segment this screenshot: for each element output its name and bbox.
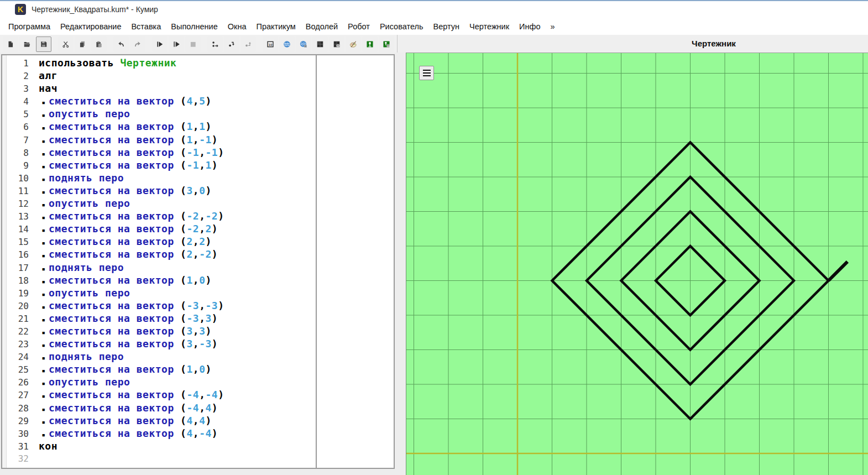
code-line-30[interactable]: 30▪сместиться на вектор (4,-4) — [7, 427, 394, 440]
redo-button[interactable] — [130, 36, 145, 52]
window-title: Чертежник_Квадраты.kum* - Кумир — [32, 5, 158, 14]
code-line-27[interactable]: 27▪сместиться на вектор (-4,-4) — [7, 388, 394, 401]
copy-button[interactable] — [75, 36, 90, 52]
main-area: 1использовать Чертежник2алг3нач4▪сместит… — [0, 53, 868, 475]
line-number: 18 — [7, 274, 34, 287]
line-number: 24 — [7, 351, 34, 363]
code-line-29[interactable]: 29▪сместиться на вектор (4,4) — [7, 414, 394, 427]
line-number: 11 — [7, 185, 34, 197]
menu-item-практикум[interactable]: Практикум — [251, 20, 300, 33]
code-line-9[interactable]: 9▪сместиться на вектор (-1,1) — [7, 159, 394, 171]
line-number: 29 — [7, 415, 34, 427]
code-line-25[interactable]: 25▪сместиться на вектор (1,0) — [7, 363, 394, 375]
code-text: кон — [34, 440, 57, 452]
line-number: 13 — [7, 210, 34, 223]
paste-icon — [95, 38, 103, 51]
save-file-icon — [40, 38, 48, 51]
menu-item-редактирование[interactable]: Редактирование — [55, 20, 126, 33]
code-line-32[interactable]: 32 — [7, 452, 394, 465]
code-line-15[interactable]: 15▪сместиться на вектор (2,2) — [7, 235, 394, 248]
code-line-23[interactable]: 23▪сместиться на вектор (3,-3) — [7, 337, 394, 350]
menu-item-вставка[interactable]: Вставка — [126, 20, 166, 33]
app-icon: K — [15, 4, 26, 15]
editor-margin-separator[interactable] — [316, 55, 317, 468]
vodoley-button[interactable] — [279, 36, 295, 52]
line-number: 10 — [7, 172, 34, 185]
undo-button[interactable] — [113, 36, 129, 52]
code-line-28[interactable]: 28▪сместиться на вектор (-4,4) — [7, 401, 394, 414]
drawer-tools-icon — [383, 38, 390, 51]
code-line-17[interactable]: 17▪поднять перо — [7, 261, 394, 274]
code-line-10[interactable]: 10▪поднять перо — [7, 171, 394, 184]
code-line-33[interactable]: 33 — [7, 465, 394, 469]
code-line-14[interactable]: 14▪сместиться на вектор (-2,2) — [7, 222, 394, 235]
menu-item-чертежник[interactable]: Чертежник — [464, 20, 514, 33]
line-number: 12 — [7, 197, 34, 210]
code-line-6[interactable]: 6▪сместиться на вектор (1,1) — [7, 120, 394, 133]
drawer-dock-header: Чертежник — [397, 35, 868, 53]
robot-field-icon — [316, 38, 324, 51]
menu-item-рисователь[interactable]: Рисователь — [375, 20, 428, 33]
run-steps-button[interactable] — [169, 36, 184, 52]
line-number: 20 — [7, 300, 34, 312]
menu-item-окна[interactable]: Окна — [223, 20, 252, 33]
menu-item-водолей[interactable]: Водолей — [301, 20, 343, 33]
menu-item-выполнение[interactable]: Выполнение — [166, 20, 222, 33]
risovatel-button[interactable] — [346, 36, 361, 52]
menu-item-программа[interactable]: Программа — [3, 20, 55, 33]
redo-icon — [134, 38, 142, 51]
stop-button[interactable] — [185, 36, 201, 52]
code-line-4[interactable]: 4▪сместиться на вектор (4,5) — [7, 95, 394, 107]
code-line-16[interactable]: 16▪сместиться на вектор (2,-2) — [7, 248, 394, 260]
line-number: 3 — [7, 82, 34, 95]
new-file-icon — [7, 38, 14, 51]
code-line-8[interactable]: 8▪сместиться на вектор (-1,-1) — [7, 146, 394, 159]
show-margin-10-button[interactable]: 10 — [263, 36, 278, 52]
code-line-26[interactable]: 26▪опустить перо — [7, 375, 394, 388]
code-line-3[interactable]: 3нач — [7, 82, 394, 95]
code-line-21[interactable]: 21▪сместиться на вектор (-3,3) — [7, 312, 394, 325]
code-line-24[interactable]: 24▪поднять перо — [7, 350, 394, 363]
step-over-button[interactable] — [207, 36, 223, 52]
cut-icon — [62, 38, 70, 51]
code-lines: 1использовать Чертежник2алг3нач4▪сместит… — [7, 56, 394, 469]
code-line-18[interactable]: 18▪сместиться на вектор (1,0) — [7, 274, 394, 286]
drawer-menu-button[interactable] — [419, 66, 434, 80]
line-number: 28 — [7, 402, 34, 415]
robot-games-button[interactable] — [329, 36, 344, 52]
save-file-button[interactable] — [36, 36, 51, 52]
menu-item-вертун[interactable]: Вертун — [428, 20, 465, 33]
drawer-tools-button[interactable] — [379, 36, 394, 52]
line-number: 8 — [7, 147, 34, 159]
menu-item-»[interactable]: » — [546, 20, 560, 33]
code-line-12[interactable]: 12▪опустить перо — [7, 197, 394, 210]
code-line-31[interactable]: 31кон — [7, 440, 394, 452]
vodoley-tools-button[interactable] — [296, 36, 311, 52]
step-into-button[interactable] — [224, 36, 239, 52]
paste-button[interactable] — [91, 36, 107, 52]
code-line-11[interactable]: 11▪сместиться на вектор (3,0) — [7, 184, 394, 197]
code-line-22[interactable]: 22▪сместиться на вектор (3,3) — [7, 325, 394, 337]
code-line-19[interactable]: 19▪опустить перо — [7, 286, 394, 299]
code-line-20[interactable]: 20▪сместиться на вектор (-3,-3) — [7, 299, 394, 312]
menu-item-инфо[interactable]: Инфо — [514, 20, 545, 33]
line-number: 27 — [7, 389, 34, 401]
menu-item-робот[interactable]: Робот — [343, 20, 375, 33]
stop-icon — [189, 38, 197, 51]
line-number: 26 — [7, 376, 34, 389]
code-line-7[interactable]: 7▪сместиться на вектор (1,-1) — [7, 133, 394, 146]
robot-field-button[interactable] — [312, 36, 328, 52]
run-button[interactable] — [152, 36, 168, 52]
drawer-window-button[interactable] — [362, 36, 378, 52]
new-file-button[interactable] — [3, 36, 18, 52]
code-line-2[interactable]: 2алг — [7, 69, 394, 82]
code-editor[interactable]: 1использовать Чертежник2алг3нач4▪сместит… — [1, 54, 395, 469]
code-line-1[interactable]: 1использовать Чертежник — [7, 56, 394, 69]
open-file-icon — [23, 38, 31, 51]
open-file-button[interactable] — [19, 36, 35, 52]
line-number: 15 — [7, 236, 34, 248]
code-line-5[interactable]: 5▪опустить перо — [7, 107, 394, 120]
step-out-button[interactable] — [240, 36, 256, 52]
cut-button[interactable] — [58, 36, 74, 52]
code-line-13[interactable]: 13▪сместиться на вектор (-2,-2) — [7, 210, 394, 222]
